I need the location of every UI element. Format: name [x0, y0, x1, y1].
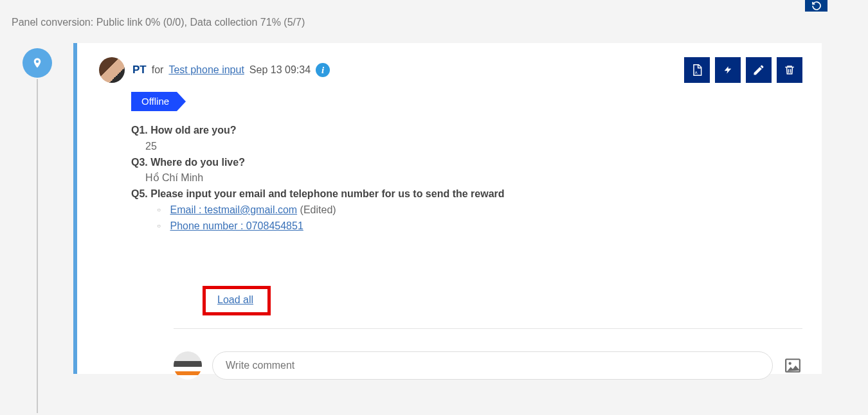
edited-label: (Edited) — [300, 204, 336, 215]
quick-action-button[interactable] — [715, 57, 741, 83]
question-5: Q5. Please input your email and telephon… — [131, 186, 802, 202]
answer-5-email-row: Email : testmail@gmail.com (Edited) — [157, 202, 802, 218]
panel-conversion-text: Panel conversion: Public link 0% (0/0), … — [12, 17, 305, 28]
load-all-highlight: Load all — [203, 286, 271, 315]
export-pdf-button[interactable]: A — [684, 57, 710, 83]
trash-icon — [784, 64, 795, 76]
timeline-marker — [23, 48, 52, 78]
comment-avatar — [174, 351, 202, 380]
question-1: Q1. How old are you? — [131, 123, 802, 139]
answer-1: 25 — [145, 139, 802, 155]
load-all-link[interactable]: Load all — [217, 294, 253, 305]
pencil-icon — [752, 64, 765, 76]
card-actions: A — [684, 57, 802, 83]
info-icon[interactable]: i — [316, 63, 330, 77]
delete-button[interactable] — [777, 57, 802, 83]
answer-5-phone-row: Phone number : 0708454851 — [157, 218, 802, 234]
comment-row — [174, 351, 802, 380]
lightning-icon — [723, 63, 732, 77]
refresh-button[interactable] — [805, 0, 827, 12]
email-link[interactable]: Email : testmail@gmail.com — [170, 204, 298, 215]
question-3: Q3. Where do you live? — [131, 155, 802, 171]
for-label: for — [152, 64, 164, 76]
image-icon[interactable] — [783, 357, 802, 374]
comment-input[interactable] — [212, 351, 773, 380]
svg-marker-1 — [725, 66, 732, 74]
status-badge: Offline — [131, 92, 177, 111]
user-avatar[interactable] — [99, 57, 125, 83]
project-link[interactable]: Test phone input — [168, 64, 244, 76]
card-header: PT for Test phone input Sep 13 09:34 i A — [99, 57, 802, 83]
qa-block: Q1. How old are you? 25 Q3. Where do you… — [131, 123, 802, 234]
svg-text:A: A — [695, 71, 698, 75]
user-name[interactable]: PT — [132, 64, 147, 76]
pdf-icon: A — [691, 63, 703, 77]
phone-link[interactable]: Phone number : 0708454851 — [170, 220, 303, 231]
edit-button[interactable] — [746, 57, 772, 83]
pin-icon — [32, 56, 43, 70]
divider — [174, 328, 802, 329]
refresh-icon — [811, 1, 822, 11]
svg-point-5 — [789, 362, 791, 365]
timestamp: Sep 13 09:34 — [249, 64, 311, 76]
answer-3: Hồ Chí Minh — [145, 170, 802, 186]
response-card: PT for Test phone input Sep 13 09:34 i A — [73, 43, 822, 374]
timeline — [23, 48, 52, 413]
